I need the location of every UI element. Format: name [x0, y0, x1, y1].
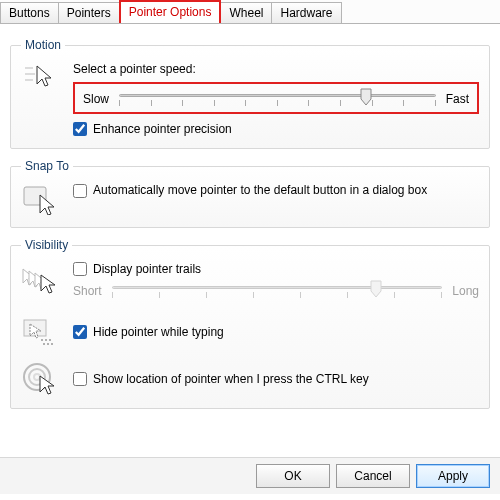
tab-buttons[interactable]: Buttons	[0, 2, 59, 23]
cancel-button[interactable]: Cancel	[336, 464, 410, 488]
pointer-trails-thumb	[370, 280, 382, 298]
motion-fast-label: Fast	[446, 92, 469, 106]
enhance-precision-checkbox[interactable]	[73, 122, 87, 136]
group-visibility-legend: Visibility	[21, 238, 72, 252]
svg-point-9	[47, 343, 49, 345]
tab-pointers[interactable]: Pointers	[58, 2, 120, 23]
hide-while-typing-icon	[21, 316, 61, 348]
svg-point-6	[45, 339, 47, 341]
apply-button[interactable]: Apply	[416, 464, 490, 488]
dialog-button-bar: OK Cancel Apply	[0, 457, 500, 494]
motion-speed-thumb[interactable]	[360, 88, 372, 106]
motion-speed-label: Select a pointer speed:	[73, 62, 479, 76]
group-motion-legend: Motion	[21, 38, 65, 52]
svg-point-10	[51, 343, 53, 345]
tab-wheel[interactable]: Wheel	[220, 2, 272, 23]
group-snap-to-legend: Snap To	[21, 159, 73, 173]
svg-point-5	[41, 339, 43, 341]
pointer-trails-icon	[21, 267, 61, 297]
pointer-trails-checkbox[interactable]	[73, 262, 87, 276]
snap-to-checkbox[interactable]	[73, 184, 87, 198]
pointer-trails-label[interactable]: Display pointer trails	[93, 262, 201, 276]
ok-button[interactable]: OK	[256, 464, 330, 488]
motion-pointer-icon	[21, 62, 61, 92]
show-location-icon	[21, 362, 61, 396]
group-motion: Motion Select a pointer speed: Slow	[10, 38, 490, 149]
snap-to-icon	[21, 183, 61, 215]
motion-slow-label: Slow	[83, 92, 109, 106]
svg-point-8	[43, 343, 45, 345]
svg-point-7	[49, 339, 51, 341]
trails-long-label: Long	[452, 284, 479, 298]
tab-strip: Buttons Pointers Pointer Options Wheel H…	[0, 0, 500, 24]
show-location-checkbox[interactable]	[73, 372, 87, 386]
svg-point-13	[34, 374, 40, 380]
hide-while-typing-checkbox[interactable]	[73, 325, 87, 339]
show-location-label[interactable]: Show location of pointer when I press th…	[93, 372, 369, 386]
pointer-trails-slider	[112, 280, 443, 302]
hide-while-typing-label[interactable]: Hide pointer while typing	[93, 325, 224, 339]
motion-speed-slider[interactable]	[119, 88, 436, 110]
group-snap-to: Snap To Automatically move pointer to th…	[10, 159, 490, 228]
motion-speed-highlight: Slow Fast	[73, 82, 479, 114]
enhance-precision-label[interactable]: Enhance pointer precision	[93, 122, 232, 136]
tab-pointer-options[interactable]: Pointer Options	[119, 0, 222, 23]
tab-hardware[interactable]: Hardware	[271, 2, 341, 23]
trails-short-label: Short	[73, 284, 102, 298]
snap-to-label[interactable]: Automatically move pointer to the defaul…	[93, 183, 427, 199]
group-visibility: Visibility Display pointer trails	[10, 238, 490, 409]
